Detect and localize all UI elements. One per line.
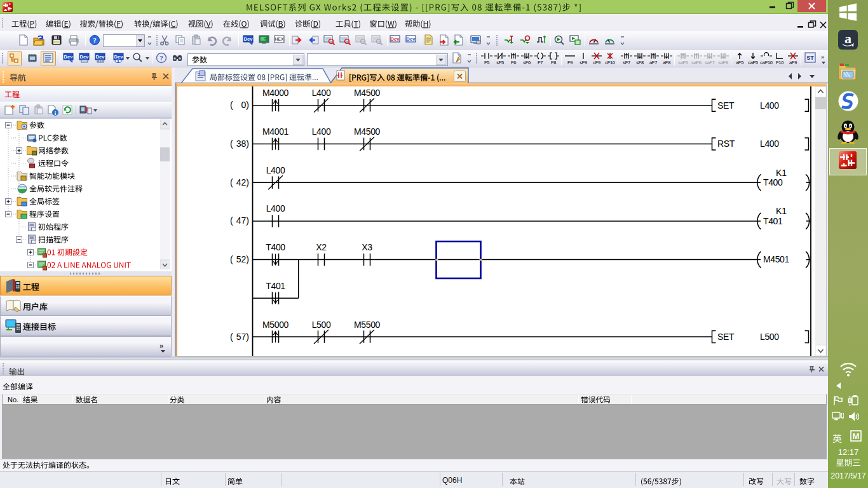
svg-text:(: ( xyxy=(230,177,233,187)
svg-text:T400: T400 xyxy=(763,177,783,187)
svg-text:(: ( xyxy=(230,332,233,342)
svg-text:M4000: M4000 xyxy=(262,88,288,98)
svg-text:M5500: M5500 xyxy=(354,320,380,330)
svg-text:L400: L400 xyxy=(760,100,779,111)
svg-text:T400: T400 xyxy=(266,242,285,252)
svg-text:L500: L500 xyxy=(760,332,779,342)
svg-text:a: a xyxy=(844,30,851,46)
svg-text:42): 42) xyxy=(236,177,249,187)
svg-text:L500: L500 xyxy=(312,320,331,330)
svg-text:L400: L400 xyxy=(760,139,779,149)
svg-text:(: ( xyxy=(230,139,233,149)
svg-text:M5000: M5000 xyxy=(262,320,288,330)
svg-text:K1: K1 xyxy=(776,206,787,216)
svg-text:M4001: M4001 xyxy=(262,126,288,137)
svg-text:»: » xyxy=(159,342,163,349)
svg-text:57): 57) xyxy=(236,332,249,342)
svg-text:SET: SET xyxy=(717,332,735,342)
svg-text:(: ( xyxy=(230,254,233,264)
svg-text:M4500: M4500 xyxy=(354,88,380,98)
svg-text:47): 47) xyxy=(236,215,249,226)
svg-text:(: ( xyxy=(230,100,233,110)
svg-text:K1: K1 xyxy=(776,168,787,178)
svg-text:SET: SET xyxy=(717,100,735,111)
svg-text:ST: ST xyxy=(806,55,814,61)
svg-text:M: M xyxy=(853,431,860,441)
svg-text:T401: T401 xyxy=(763,216,783,226)
svg-text:RST: RST xyxy=(717,139,735,149)
svg-text:HEX: HEX xyxy=(275,37,284,41)
svg-text:0): 0) xyxy=(241,100,249,110)
svg-text:T401: T401 xyxy=(266,281,285,291)
svg-text:X2: X2 xyxy=(316,242,327,252)
svg-text:Dev: Dev xyxy=(391,36,400,42)
svg-text:Dev: Dev xyxy=(407,36,416,42)
svg-text:M4501: M4501 xyxy=(763,254,789,264)
svg-text:M4500: M4500 xyxy=(354,126,380,137)
svg-text:»: » xyxy=(821,54,824,60)
svg-text:(: ( xyxy=(230,215,233,226)
svg-text:38): 38) xyxy=(236,139,249,149)
svg-text:52): 52) xyxy=(236,254,249,264)
svg-text:L400: L400 xyxy=(266,203,285,214)
svg-text:X3: X3 xyxy=(362,242,372,252)
svg-text:L400: L400 xyxy=(312,126,331,137)
svg-text:L400: L400 xyxy=(266,165,285,175)
svg-text:L400: L400 xyxy=(312,88,331,98)
